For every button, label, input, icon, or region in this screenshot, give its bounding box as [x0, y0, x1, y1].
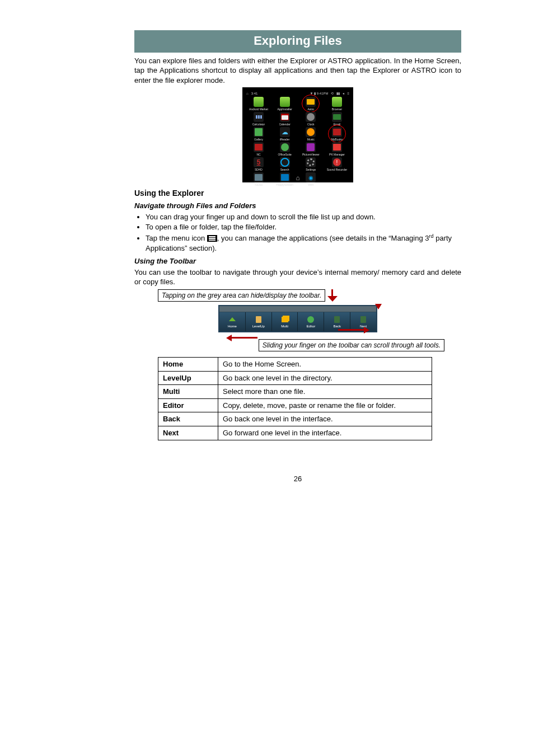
page-title-bar: Exploring Files — [134, 30, 461, 53]
arrow-left-icon — [151, 334, 444, 341]
arrow-down-icon — [375, 304, 382, 309]
arrow-down-icon — [327, 289, 338, 302]
puzzle-icon — [306, 142, 316, 152]
app-icon: 5 — [254, 157, 264, 167]
toolbar-definition-table: HomeGo to the Home Screen. LevelUpGo bac… — [158, 357, 432, 440]
table-row: HomeGo to the Home Screen. — [158, 358, 432, 372]
annotation-circle — [302, 95, 320, 112]
list-item: To open a file or folder, tap the file/f… — [146, 222, 461, 232]
table-row: NextGo forward one level in the interfac… — [158, 426, 432, 440]
search-icon — [280, 157, 290, 167]
share-icon — [332, 142, 342, 152]
annotation-circle — [328, 125, 346, 143]
android-icon — [332, 97, 342, 107]
section-heading-using-explorer: Using the Explorer — [134, 188, 461, 199]
app-icon — [254, 172, 264, 182]
table-row: EditorCopy, delete, move, paste or renam… — [158, 398, 432, 412]
list-item: You can drag your finger up and down to … — [146, 212, 461, 222]
bullet-list: You can drag your finger up and down to … — [134, 212, 461, 253]
menu-icon — [207, 235, 217, 242]
globe-icon — [280, 142, 290, 152]
settings-icon — [306, 157, 316, 167]
table-row: MultiSelect more than one file. — [158, 385, 432, 399]
calendar-icon — [280, 112, 290, 122]
arrow-right-icon — [151, 326, 444, 334]
wifi-icon: ◉ — [306, 172, 316, 182]
android-icon — [254, 97, 264, 107]
toolbar-paragraph: You can use the toolbar to navigate thro… — [134, 267, 461, 287]
books-icon — [254, 142, 264, 152]
app-icon — [280, 172, 290, 182]
email-icon — [332, 112, 342, 122]
calculator-icon — [254, 112, 264, 122]
info-icon: ! — [332, 157, 342, 167]
gallery-icon — [254, 127, 264, 137]
music-icon — [306, 127, 316, 137]
page-number: 26 — [134, 474, 461, 484]
home-button-icon: ⌂ — [293, 173, 302, 180]
app-grid-screenshot: ⌂ 3:41 ▼ ▮ 9:41PM ⟲ ▮▮ ◂ ≡ Android Marke… — [242, 87, 353, 182]
home-icon: ⌂ 3:41 — [246, 91, 257, 96]
callout-hide-toolbar: Tapping on the grey area can hide/displa… — [158, 289, 325, 302]
subsection-using-toolbar: Using the Toolbar — [134, 256, 461, 266]
clock-icon — [306, 112, 316, 122]
subsection-navigate: Navigate through Files and Folders — [134, 201, 461, 211]
device-status-bar: ⌂ 3:41 ▼ ▮ 9:41PM ⟲ ▮▮ ◂ ≡ — [246, 91, 349, 96]
android-icon — [280, 97, 290, 107]
intro-paragraph: You can explore files and folders with e… — [134, 56, 461, 86]
list-item: Tap the menu icon , you can manage the a… — [146, 233, 461, 253]
cloud-icon: ☁ — [280, 127, 290, 137]
table-row: LevelUpGo back one level in the director… — [158, 371, 432, 385]
table-row: BackGo back one level in the interface. — [158, 412, 432, 426]
